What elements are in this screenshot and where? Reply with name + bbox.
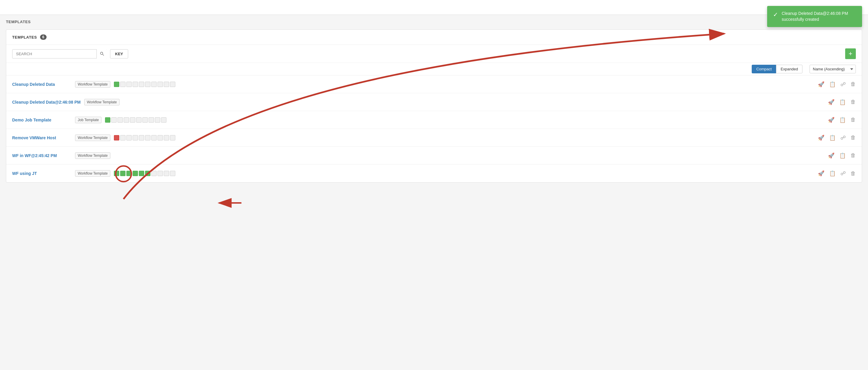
main-content: TEMPLATES 6 KEY + — [0, 26, 868, 189]
template-row: Remove VMWare HostWorkflow Template🚀📋☍🗑 — [6, 129, 862, 147]
search-icon — [100, 52, 104, 56]
status-block-empty — [170, 82, 175, 87]
workflow-icon[interactable]: ☍ — [840, 135, 846, 141]
status-block-empty — [161, 117, 166, 123]
copy-icon[interactable]: 📋 — [839, 117, 846, 123]
status-block-empty — [143, 117, 148, 123]
workflow-icon[interactable]: ☍ — [840, 81, 846, 88]
status-block-empty — [136, 117, 142, 123]
template-row: WF using JTWorkflow Template🚀📋☍🗑 — [6, 165, 862, 182]
template-row: Cleanup Deleted DataWorkflow Template🚀📋☍… — [6, 76, 862, 93]
status-block-green — [114, 82, 119, 87]
status-blocks — [105, 117, 825, 123]
svg-point-0 — [100, 52, 103, 55]
status-block-empty — [164, 135, 169, 140]
copy-icon[interactable]: 📋 — [839, 99, 846, 106]
template-type-badge: Workflow Template — [75, 135, 111, 141]
template-name-cleanup-deleted-data-new[interactable]: Cleanup Deleted Data@2:46:08 PM — [12, 100, 81, 105]
delete-icon[interactable]: 🗑 — [850, 117, 856, 123]
launch-icon[interactable]: 🚀 — [818, 170, 825, 177]
row-actions: 🚀📋🗑 — [828, 117, 856, 123]
copy-icon[interactable]: 📋 — [829, 135, 836, 141]
status-block-empty — [118, 117, 123, 123]
expanded-view-button[interactable]: Expanded — [776, 65, 802, 73]
status-block-empty — [157, 135, 163, 140]
template-name-demo-job-template[interactable]: Demo Job Template — [12, 118, 71, 122]
status-block-empty — [164, 171, 169, 176]
status-block-empty — [170, 135, 175, 140]
view-controls-row: Compact Expanded Name (Ascending) Name (… — [6, 63, 862, 76]
status-blocks — [114, 82, 814, 87]
search-input[interactable] — [12, 49, 107, 58]
launch-icon[interactable]: 🚀 — [828, 152, 835, 159]
row-actions: 🚀📋🗑 — [828, 152, 856, 159]
status-block-empty — [151, 171, 157, 176]
delete-icon[interactable]: 🗑 — [850, 81, 856, 87]
toast-notification: ✓ Cleanup Deleted Data@2:46:08 PM succes… — [767, 6, 862, 27]
status-block-empty — [133, 135, 138, 140]
status-blocks — [114, 171, 814, 176]
status-block-red — [114, 135, 119, 140]
panel-title: TEMPLATES — [12, 35, 37, 39]
template-row: Cleanup Deleted Data@2:46:08 PMWorkflow … — [6, 93, 862, 111]
copy-icon[interactable]: 📋 — [829, 170, 836, 177]
toolbar: KEY + — [6, 45, 862, 63]
delete-icon[interactable]: 🗑 — [850, 135, 856, 141]
search-area: KEY — [12, 49, 128, 58]
status-block-empty — [130, 117, 135, 123]
template-type-badge: Workflow Template — [75, 81, 111, 88]
search-input-wrap — [12, 49, 107, 58]
launch-icon[interactable]: 🚀 — [828, 99, 835, 106]
delete-icon[interactable]: 🗑 — [850, 170, 856, 177]
status-block-empty — [149, 117, 154, 123]
row-actions: 🚀📋☍🗑 — [818, 135, 856, 141]
status-blocks — [114, 135, 814, 140]
status-block-empty — [139, 135, 144, 140]
launch-icon[interactable]: 🚀 — [828, 117, 835, 123]
delete-icon[interactable]: 🗑 — [850, 152, 856, 159]
row-actions: 🚀📋🗑 — [828, 99, 856, 106]
launch-icon[interactable]: 🚀 — [818, 135, 825, 141]
copy-icon[interactable]: 📋 — [839, 152, 846, 159]
page-title: TEMPLATES — [0, 15, 868, 26]
status-block-green — [139, 171, 144, 176]
toast-message: Cleanup Deleted Data@2:46:08 PM successf… — [782, 11, 856, 22]
status-block-green — [120, 171, 125, 176]
template-name-wf-in-wf[interactable]: WF in WF@2:45:42 PM — [12, 153, 71, 158]
status-block-empty — [145, 135, 150, 140]
panel-header: TEMPLATES 6 — [6, 30, 862, 45]
templates-panel: TEMPLATES 6 KEY + — [6, 29, 862, 182]
status-block-green — [114, 171, 119, 176]
status-block-empty — [145, 82, 150, 87]
status-block-empty — [157, 82, 163, 87]
template-type-badge: Workflow Template — [75, 170, 111, 177]
status-block-empty — [151, 82, 157, 87]
status-block-empty — [120, 135, 125, 140]
search-button[interactable] — [96, 49, 107, 58]
launch-icon[interactable]: 🚀 — [818, 81, 825, 88]
workflow-icon[interactable]: ☍ — [840, 170, 846, 177]
template-type-badge: Job Template — [75, 117, 101, 123]
template-name-remove-vmware-host[interactable]: Remove VMWare Host — [12, 135, 71, 140]
template-name-wf-using-jt[interactable]: WF using JT — [12, 171, 71, 176]
status-block-empty — [170, 171, 175, 176]
delete-icon[interactable]: 🗑 — [850, 99, 856, 105]
compact-view-button[interactable]: Compact — [752, 65, 776, 73]
toast-check-icon: ✓ — [773, 11, 778, 18]
add-template-button[interactable]: + — [845, 49, 856, 59]
status-block-green — [133, 171, 138, 176]
key-button[interactable]: KEY — [110, 49, 128, 58]
status-block-empty — [133, 82, 138, 87]
template-row: WF in WF@2:45:42 PMWorkflow Template🚀📋🗑 — [6, 147, 862, 165]
row-actions: 🚀📋☍🗑 — [818, 170, 856, 177]
row-actions: 🚀📋☍🗑 — [818, 81, 856, 88]
template-type-badge: Workflow Template — [75, 152, 111, 159]
status-block-empty — [164, 82, 169, 87]
status-block-empty — [157, 171, 163, 176]
copy-icon[interactable]: 📋 — [829, 81, 836, 88]
template-count-badge: 6 — [40, 34, 47, 40]
status-block-green — [105, 117, 111, 123]
sort-select[interactable]: Name (Ascending) Name (Descending) — [810, 65, 856, 73]
template-name-cleanup-deleted-data[interactable]: Cleanup Deleted Data — [12, 82, 71, 87]
svg-line-1 — [103, 54, 104, 56]
